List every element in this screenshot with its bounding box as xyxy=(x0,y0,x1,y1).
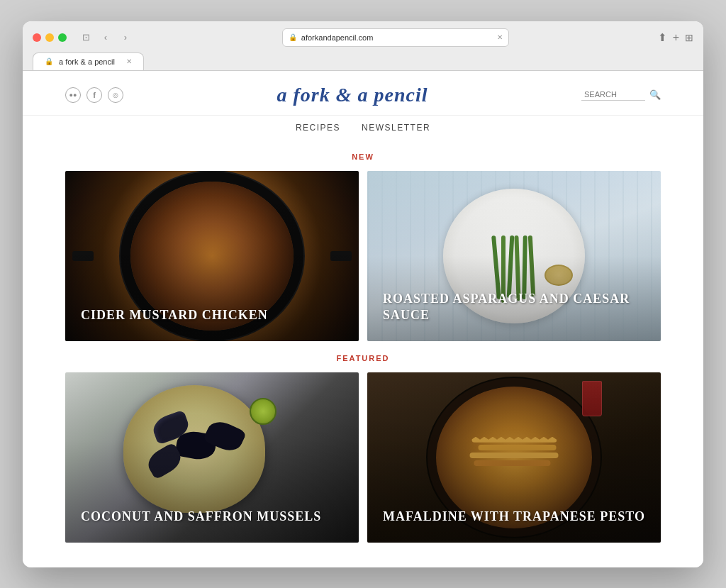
header-social: ●● f ◎ xyxy=(65,87,123,103)
social-icon-circle[interactable]: ●● xyxy=(65,87,81,103)
browser-top-bar: ⊡ ‹ › 🔒 aforkandapencil.com ✕ ⬆ + ⊞ xyxy=(33,28,693,47)
forward-icon[interactable]: › xyxy=(118,30,133,45)
site-title: a fork & a pencil xyxy=(277,84,428,106)
tab-title: a fork & a pencil xyxy=(59,57,115,66)
header-search: 🔍 xyxy=(581,89,661,101)
social-icon-facebook[interactable]: f xyxy=(86,87,102,103)
browser-window: ⊡ ‹ › 🔒 aforkandapencil.com ✕ ⬆ + ⊞ 🔒 xyxy=(23,21,703,567)
site-nav: RECIPES NEWSLETTER xyxy=(23,116,703,140)
browser-chrome: ⊡ ‹ › 🔒 aforkandapencil.com ✕ ⬆ + ⊞ 🔒 xyxy=(23,21,703,71)
featured-recipe-grid: COCONUT AND SAFFRON MUSSELS xyxy=(23,372,703,543)
address-bar-wrapper: 🔒 aforkandapencil.com ✕ xyxy=(139,28,652,47)
recipe-card-mussels[interactable]: COCONUT AND SAFFRON MUSSELS xyxy=(65,372,359,543)
section-label-new: NEW xyxy=(23,152,703,161)
address-bar[interactable]: 🔒 aforkandapencil.com ✕ xyxy=(282,28,509,47)
section-label-featured: FEATURED xyxy=(23,354,703,362)
tab-favicon: 🔒 xyxy=(45,57,53,65)
browser-controls: ⊡ ‹ › xyxy=(78,30,133,45)
site-header: ●● f ◎ a fork & a pencil 🔍 xyxy=(23,71,703,116)
recipe-card-chicken[interactable]: CIDER MUSTARD CHICKEN xyxy=(65,171,359,341)
new-tab-icon[interactable]: + xyxy=(673,31,679,44)
recipe-title-asparagus: ROASTED ASPARAGUS AND CAESAR SAUCE xyxy=(383,291,645,324)
new-recipe-grid: CIDER MUSTARD CHICKEN xyxy=(23,171,703,341)
recipe-card-pasta[interactable]: MAFALDINE WITH TRAPANESE PESTO xyxy=(367,372,661,543)
nav-recipes[interactable]: RECIPES xyxy=(296,123,340,133)
sidebar-toggle-icon[interactable]: ⊡ xyxy=(78,30,94,45)
search-input[interactable] xyxy=(581,89,645,101)
close-button[interactable] xyxy=(33,33,41,42)
traffic-lights xyxy=(33,33,67,42)
social-icon-instagram[interactable]: ◎ xyxy=(108,87,123,103)
active-tab[interactable]: 🔒 a fork & a pencil ✕ xyxy=(33,52,144,70)
tab-close-btn[interactable]: ✕ xyxy=(126,57,132,65)
recipe-title-chicken: CIDER MUSTARD CHICKEN xyxy=(81,307,343,323)
search-icon[interactable]: 🔍 xyxy=(649,89,661,100)
grid-view-icon[interactable]: ⊞ xyxy=(685,32,693,43)
recipe-card-asparagus[interactable]: ROASTED ASPARAGUS AND CAESAR SAUCE xyxy=(367,171,661,341)
tab-close-icon[interactable]: ✕ xyxy=(497,33,503,41)
site-content: ●● f ◎ a fork & a pencil 🔍 RECIPES NEWSL… xyxy=(23,71,703,567)
minimize-button[interactable] xyxy=(45,33,54,42)
browser-right-controls: ⬆ + ⊞ xyxy=(658,31,693,44)
share-icon[interactable]: ⬆ xyxy=(658,31,667,44)
back-icon[interactable]: ‹ xyxy=(98,30,113,45)
recipe-title-mussels: COCONUT AND SAFFRON MUSSELS xyxy=(81,509,343,525)
browser-tab-bar: 🔒 a fork & a pencil ✕ xyxy=(33,52,693,70)
maximize-button[interactable] xyxy=(58,33,67,42)
nav-newsletter[interactable]: NEWSLETTER xyxy=(362,123,430,133)
lock-icon: 🔒 xyxy=(289,33,297,41)
recipe-title-pasta: MAFALDINE WITH TRAPANESE PESTO xyxy=(383,509,645,525)
url-text: aforkandapencil.com xyxy=(301,33,374,42)
